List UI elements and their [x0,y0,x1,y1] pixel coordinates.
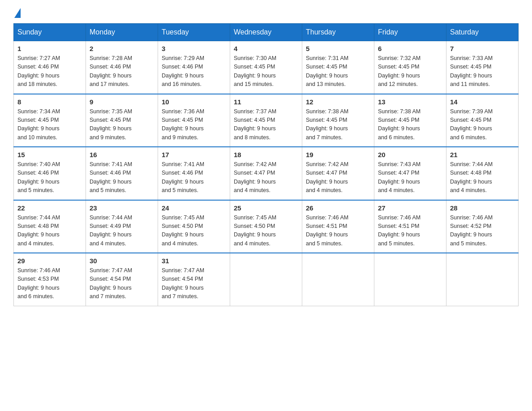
calendar-cell [230,253,302,306]
calendar-header: SundayMondayTuesdayWednesdayThursdayFrid… [14,24,519,41]
day-number: 17 [162,151,226,158]
day-info: Sunrise: 7:45 AMSunset: 4:50 PMDaylight:… [234,214,298,248]
calendar-week-row: 22 Sunrise: 7:44 AMSunset: 4:48 PMDaylig… [14,200,519,253]
weekday-header-thursday: Thursday [302,24,374,41]
day-info: Sunrise: 7:41 AMSunset: 4:46 PMDaylight:… [90,160,154,195]
calendar-cell: 13 Sunrise: 7:38 AMSunset: 4:45 PMDaylig… [374,94,446,147]
calendar-cell [374,253,446,306]
day-number: 18 [234,151,298,158]
calendar-cell: 20 Sunrise: 7:43 AMSunset: 4:47 PMDaylig… [374,147,446,200]
calendar-cell: 2 Sunrise: 7:28 AMSunset: 4:46 PMDayligh… [86,41,158,94]
day-info: Sunrise: 7:45 AMSunset: 4:50 PMDaylight:… [162,214,226,248]
day-info: Sunrise: 7:39 AMSunset: 4:45 PMDaylight:… [450,107,515,142]
calendar-cell: 27 Sunrise: 7:46 AMSunset: 4:51 PMDaylig… [374,200,446,253]
calendar-week-row: 29 Sunrise: 7:46 AMSunset: 4:53 PMDaylig… [14,253,519,306]
day-number: 2 [90,45,154,52]
page-header [13,9,519,19]
calendar-cell: 8 Sunrise: 7:34 AMSunset: 4:45 PMDayligh… [14,94,86,147]
calendar-cell: 22 Sunrise: 7:44 AMSunset: 4:48 PMDaylig… [14,200,86,253]
calendar-cell: 15 Sunrise: 7:40 AMSunset: 4:46 PMDaylig… [14,147,86,200]
day-number: 3 [162,45,226,52]
logo-flag-icon [14,8,21,18]
day-info: Sunrise: 7:42 AMSunset: 4:47 PMDaylight:… [234,160,298,195]
day-info: Sunrise: 7:44 AMSunset: 4:49 PMDaylight:… [90,214,154,248]
day-number: 29 [17,257,82,265]
calendar-week-row: 15 Sunrise: 7:40 AMSunset: 4:46 PMDaylig… [14,147,519,200]
logo [13,9,21,19]
calendar-cell: 18 Sunrise: 7:42 AMSunset: 4:47 PMDaylig… [230,147,302,200]
day-info: Sunrise: 7:46 AMSunset: 4:53 PMDaylight:… [17,266,82,301]
day-number: 9 [90,98,154,106]
day-number: 19 [306,151,370,158]
day-number: 20 [378,151,442,158]
day-info: Sunrise: 7:32 AMSunset: 4:45 PMDaylight:… [378,54,442,89]
calendar-cell: 7 Sunrise: 7:33 AMSunset: 4:45 PMDayligh… [446,41,519,94]
day-number: 31 [162,257,226,265]
day-number: 23 [90,204,154,212]
calendar-cell: 9 Sunrise: 7:35 AMSunset: 4:45 PMDayligh… [86,94,158,147]
day-number: 16 [90,151,154,158]
day-number: 14 [450,98,515,106]
day-info: Sunrise: 7:46 AMSunset: 4:52 PMDaylight:… [450,214,515,248]
day-number: 30 [90,257,154,265]
day-number: 22 [17,204,82,212]
calendar-cell: 21 Sunrise: 7:44 AMSunset: 4:48 PMDaylig… [446,147,519,200]
day-info: Sunrise: 7:27 AMSunset: 4:46 PMDaylight:… [17,54,82,89]
day-info: Sunrise: 7:33 AMSunset: 4:45 PMDaylight:… [450,54,515,89]
calendar-cell: 30 Sunrise: 7:47 AMSunset: 4:54 PMDaylig… [86,253,158,306]
calendar-cell: 1 Sunrise: 7:27 AMSunset: 4:46 PMDayligh… [14,41,86,94]
day-number: 5 [306,45,370,52]
day-info: Sunrise: 7:43 AMSunset: 4:47 PMDaylight:… [378,160,442,195]
weekday-header-row: SundayMondayTuesdayWednesdayThursdayFrid… [14,24,519,41]
calendar-cell: 10 Sunrise: 7:36 AMSunset: 4:45 PMDaylig… [158,94,230,147]
day-number: 25 [234,204,298,212]
day-info: Sunrise: 7:47 AMSunset: 4:54 PMDaylight:… [90,266,154,301]
weekday-header-saturday: Saturday [446,24,519,41]
calendar-cell: 11 Sunrise: 7:37 AMSunset: 4:45 PMDaylig… [230,94,302,147]
day-number: 8 [17,98,82,106]
day-number: 7 [450,45,515,52]
weekday-header-tuesday: Tuesday [158,24,230,41]
calendar-cell: 31 Sunrise: 7:47 AMSunset: 4:54 PMDaylig… [158,253,230,306]
calendar-week-row: 1 Sunrise: 7:27 AMSunset: 4:46 PMDayligh… [14,41,519,94]
calendar-cell: 29 Sunrise: 7:46 AMSunset: 4:53 PMDaylig… [14,253,86,306]
weekday-header-sunday: Sunday [14,24,86,41]
calendar-cell: 12 Sunrise: 7:38 AMSunset: 4:45 PMDaylig… [302,94,374,147]
weekday-header-friday: Friday [374,24,446,41]
day-number: 6 [378,45,442,52]
day-info: Sunrise: 7:46 AMSunset: 4:51 PMDaylight:… [378,214,442,248]
day-info: Sunrise: 7:35 AMSunset: 4:45 PMDaylight:… [90,107,154,142]
day-number: 26 [306,204,370,212]
day-info: Sunrise: 7:42 AMSunset: 4:47 PMDaylight:… [306,160,370,195]
day-info: Sunrise: 7:36 AMSunset: 4:45 PMDaylight:… [162,107,226,142]
weekday-header-monday: Monday [86,24,158,41]
calendar-cell [302,253,374,306]
day-info: Sunrise: 7:44 AMSunset: 4:48 PMDaylight:… [450,160,515,195]
calendar-cell: 23 Sunrise: 7:44 AMSunset: 4:49 PMDaylig… [86,200,158,253]
day-info: Sunrise: 7:34 AMSunset: 4:45 PMDaylight:… [17,107,82,142]
day-number: 27 [378,204,442,212]
day-number: 11 [234,98,298,106]
calendar-cell: 4 Sunrise: 7:30 AMSunset: 4:45 PMDayligh… [230,41,302,94]
day-number: 10 [162,98,226,106]
day-number: 21 [450,151,515,158]
day-info: Sunrise: 7:38 AMSunset: 4:45 PMDaylight:… [378,107,442,142]
calendar-cell: 25 Sunrise: 7:45 AMSunset: 4:50 PMDaylig… [230,200,302,253]
day-info: Sunrise: 7:41 AMSunset: 4:46 PMDaylight:… [162,160,226,195]
calendar-table: SundayMondayTuesdayWednesdayThursdayFrid… [13,23,519,306]
day-info: Sunrise: 7:44 AMSunset: 4:48 PMDaylight:… [17,214,82,248]
day-info: Sunrise: 7:47 AMSunset: 4:54 PMDaylight:… [162,266,226,301]
calendar-cell: 19 Sunrise: 7:42 AMSunset: 4:47 PMDaylig… [302,147,374,200]
day-info: Sunrise: 7:29 AMSunset: 4:46 PMDaylight:… [162,54,226,89]
day-info: Sunrise: 7:46 AMSunset: 4:51 PMDaylight:… [306,214,370,248]
day-info: Sunrise: 7:37 AMSunset: 4:45 PMDaylight:… [234,107,298,142]
calendar-body: 1 Sunrise: 7:27 AMSunset: 4:46 PMDayligh… [14,41,519,306]
day-number: 24 [162,204,226,212]
calendar-cell: 24 Sunrise: 7:45 AMSunset: 4:50 PMDaylig… [158,200,230,253]
day-info: Sunrise: 7:31 AMSunset: 4:45 PMDaylight:… [306,54,370,89]
day-number: 28 [450,204,515,212]
day-number: 13 [378,98,442,106]
calendar-cell: 28 Sunrise: 7:46 AMSunset: 4:52 PMDaylig… [446,200,519,253]
day-number: 1 [17,45,82,52]
calendar-cell: 26 Sunrise: 7:46 AMSunset: 4:51 PMDaylig… [302,200,374,253]
